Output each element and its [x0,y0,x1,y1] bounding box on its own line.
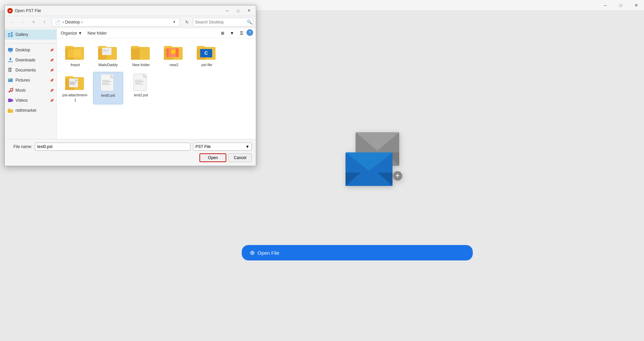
open-button[interactable]: Open [199,153,226,162]
videos-label: Videos [15,98,48,103]
cancel-button[interactable]: Cancel [228,153,252,162]
pictures-icon [7,77,13,83]
svg-marker-34 [12,99,13,102]
svg-rect-70 [70,84,75,85]
mailsdaddy-label: MailsDaddy [98,62,118,67]
svg-rect-60 [197,46,205,49]
sidebar-item-gallery[interactable]: Gallery [5,30,56,40]
file-item-test2-pst[interactable]: test2.pst [126,72,156,104]
refresh-button[interactable]: ↻ [183,18,191,27]
desktop-label: Desktop [15,48,48,52]
file-item-pst-attachment-1[interactable]: pst-attachment-1 [60,72,90,104]
address-dropdown-button[interactable]: ▼ [172,19,177,25]
file-item-new2[interactable]: new2 [159,42,189,69]
recent-button[interactable]: ▼ [29,18,38,27]
dialog-bottom: File name: PST File ▼ Open Cancel [5,139,256,166]
filename-input[interactable] [35,143,190,151]
open-file-label: Open File [258,250,279,256]
search-icon: 🔍 [247,19,252,25]
desktop-pin-icon: 📌 [50,48,54,52]
view-detail-button[interactable]: ☰ [237,29,246,37]
pst-attachment-1-icon [64,74,86,91]
dialog-title: Open PST File [15,8,221,13]
videos-icon [7,97,13,103]
file-dialog: M Open PST File ─ □ ✕ ← → ▼ ↑ 📄 › Deskto… [4,5,256,166]
address-bar[interactable]: 📄 › Desktop › ▼ [52,18,180,27]
new2-label: new2 [170,62,178,67]
back-button[interactable]: ← [7,18,17,27]
file-item-new-folder[interactable]: New folder [126,42,156,69]
svg-rect-51 [131,46,139,49]
documents-icon [7,67,13,73]
file-item-mailsdaddy[interactable]: MailsDaddy [93,42,123,69]
sidebar-item-downloads[interactable]: Downloads 📌 [5,55,56,65]
new-folder-button[interactable]: New folder [86,30,108,36]
file-toolbar: Organize ▼ New folder ⊞ ▼ ☰ ? [57,28,256,38]
svg-point-29 [11,90,13,92]
documents-label: Documents [15,68,48,72]
new-folder-label: New folder [88,31,107,36]
bg-main: + ⊕ Open File [335,126,409,193]
app-maximize-button[interactable]: □ [613,0,629,11]
search-input[interactable] [195,20,245,25]
svg-rect-14 [8,36,10,37]
envelope-graphic: + [335,126,409,193]
svg-text:+: + [396,172,400,179]
view-buttons: ⊞ ▼ ☰ ? [218,29,253,37]
view-grid-button[interactable]: ⊞ [218,29,227,37]
svg-rect-82 [135,81,144,82]
buttons-row: Open Cancel [9,153,252,162]
open-file-button[interactable]: ⊕ Open File [242,245,473,260]
sidebar-item-videos[interactable]: Videos 📌 [5,95,56,105]
test2-pst-icon [130,74,152,91]
sidebar-item-nidhimarket[interactable]: nidhimarket [5,105,56,115]
organize-button[interactable]: Organize ▼ [59,30,84,36]
sidebar-item-pictures[interactable]: Pictures 📌 [5,75,56,85]
dialog-close-button[interactable]: ✕ [244,7,253,14]
app-minimize-button[interactable]: ─ [598,0,613,11]
app-icon: M [7,8,13,13]
filename-row: File name: PST File ▼ [9,143,252,151]
dialog-content: Gallery Desktop 📌 [5,28,256,139]
nidhimarket-icon [7,107,13,113]
file-item-pst-file[interactable]: C pst file [192,42,222,69]
filename-label: File name: [9,144,32,149]
app-close-button[interactable]: ✕ [629,0,644,11]
svg-text:M: M [9,9,11,12]
sidebar-item-documents[interactable]: Documents 📌 [5,65,56,75]
svg-rect-32 [10,88,12,89]
address-current: Desktop [65,20,80,25]
address-breadcrumb: › [62,20,64,25]
svg-rect-69 [70,83,75,84]
pictures-pin-icon: 📌 [50,79,54,82]
svg-point-57 [171,49,176,54]
file-item-test0-pst[interactable]: test0.pst [93,72,123,104]
dialog-maximize-button[interactable]: □ [234,7,242,14]
sidebar-item-desktop[interactable]: Desktop 📌 [5,45,56,55]
svg-rect-15 [11,35,13,37]
up-button[interactable]: ↑ [40,18,49,27]
sidebar-item-music[interactable]: Music 📌 [5,85,56,95]
forward-button[interactable]: → [18,18,28,27]
filetype-select[interactable]: PST File ▼ [193,143,252,151]
search-bar[interactable]: 🔍 [193,18,253,27]
view-dropdown-button[interactable]: ▼ [228,29,236,37]
videos-pin-icon: 📌 [50,99,54,102]
svg-rect-76 [102,83,109,84]
dialog-minimize-button[interactable]: ─ [223,7,232,14]
view-help-button[interactable]: ? [246,29,253,36]
svg-rect-75 [102,82,111,82]
filetype-arrow: ▼ [245,144,249,149]
open-file-icon: ⊕ [250,249,255,256]
frepst-label: frepst [71,62,80,67]
svg-rect-46 [103,49,105,50]
gallery-icon [7,32,13,38]
svg-rect-18 [8,61,13,62]
organize-label: Organize [61,31,77,36]
documents-pin-icon: 📌 [50,68,54,72]
sidebar: Gallery Desktop 📌 [5,28,57,139]
svg-rect-47 [103,50,109,51]
pst-file-icon: C [196,44,218,61]
svg-rect-50 [131,47,140,60]
file-item-frepst[interactable]: frepst [60,42,90,69]
